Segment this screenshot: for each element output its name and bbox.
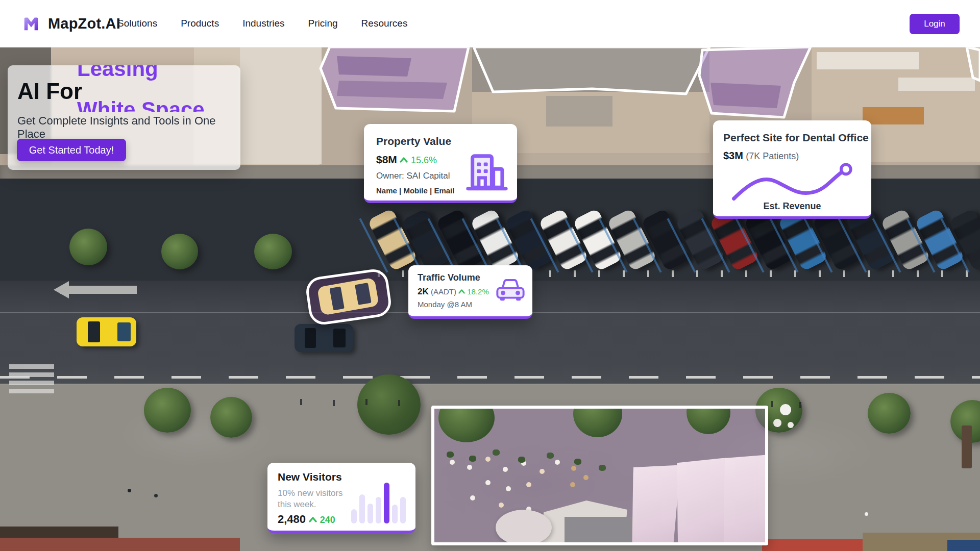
visitor-bar [351, 509, 357, 523]
revenue-line-chart [720, 159, 864, 205]
visitor-bar [359, 494, 365, 523]
up-trend-icon [309, 513, 317, 525]
property-value: $8M [376, 154, 397, 165]
nav-item-products[interactable]: Products [181, 18, 219, 29]
crosswalk [9, 364, 54, 396]
rotating-words: Leasing White Space [77, 65, 239, 112]
card-title: New Visitors [278, 471, 342, 483]
visitor-bar [400, 497, 406, 523]
visitors-bar-chart [351, 482, 406, 523]
up-trend-icon [400, 154, 408, 165]
road-arrow [60, 286, 137, 294]
nav-item-solutions[interactable]: Solutions [117, 18, 157, 29]
mapzot-logo-icon [21, 14, 41, 33]
hero-card: AI For Leasing White Space Get Complete … [8, 65, 240, 170]
dental-site-card: Perfect Site for Dental Office $3M (7K P… [713, 120, 871, 219]
tree [161, 234, 198, 269]
traffic-volume-card: Traffic Volume 2K (AADT) 18.2% Monday @8… [408, 265, 532, 319]
awning-strip [762, 539, 869, 551]
rotating-word: White Space [77, 97, 205, 112]
tree [210, 397, 252, 438]
traffic-value: 2K [418, 287, 429, 296]
highlighted-area [431, 406, 768, 545]
brand[interactable]: MapZot.AI [21, 0, 120, 47]
brand-name: MapZot.AI [48, 15, 120, 32]
property-owner: Owner: SAI Capital [376, 171, 450, 181]
visitors-desc: 10% new visitors [278, 488, 343, 498]
tree [144, 388, 191, 433]
card-title: Property Value [376, 135, 451, 147]
blue-object [947, 540, 980, 551]
card-title: Traffic Volume [418, 272, 480, 283]
property-change: 15.6% [411, 155, 437, 165]
up-trend-icon [458, 287, 465, 295]
cafe-tables [450, 460, 455, 465]
traffic-unit: (AADT) [431, 287, 456, 296]
bench [962, 425, 972, 468]
car-icon [496, 278, 525, 302]
awning-strip [0, 538, 240, 551]
property-value-card: Property Value $8M 15.6% Owner: SAI Capi… [364, 124, 517, 203]
new-visitors-card: New Visitors 10% new visitors this week.… [267, 463, 415, 533]
nav-item-resources[interactable]: Resources [361, 18, 408, 29]
center-dashed-line [0, 376, 980, 379]
traffic-time: Monday @8 AM [418, 300, 472, 309]
taxi-top-view [317, 278, 379, 316]
pedestrian [154, 494, 158, 497]
nav-links: Solutions Products Industries Pricing Re… [117, 0, 407, 47]
visitor-bar [384, 483, 389, 523]
nav-item-pricing[interactable]: Pricing [308, 18, 338, 29]
chart-end-marker [841, 164, 851, 174]
property-contact-options: Name | Mobile | Email [376, 186, 454, 195]
pedestrian [128, 489, 131, 492]
login-button[interactable]: Login [910, 14, 960, 34]
tree [69, 229, 107, 265]
mapzot-landing-page: MapZot.AI Solutions Products Industries … [0, 0, 980, 551]
pedestrian [865, 512, 868, 516]
visitors-desc: this week. [278, 499, 316, 510]
navbar: MapZot.AI Solutions Products Industries … [0, 0, 980, 47]
street-lamp [780, 404, 791, 415]
visitors-value: 2,480 [278, 513, 306, 525]
yellow-taxi [77, 317, 136, 346]
planters [447, 452, 454, 458]
card-title: Perfect Site for Dental Office [723, 132, 869, 144]
visitor-bar [392, 505, 398, 523]
tree [254, 234, 292, 269]
visitor-bar [376, 497, 381, 523]
visitor-bar [368, 504, 373, 523]
hero-subtitle: Get Complete Insights and Tools in One P… [17, 114, 240, 141]
hero-title-prefix: AI For [17, 79, 82, 104]
roof [565, 517, 641, 542]
visitors-change: 240 [320, 515, 335, 525]
tent [722, 453, 768, 544]
dark-car [295, 324, 353, 352]
tent [629, 463, 680, 545]
tree [868, 393, 911, 434]
dental-caption: Est. Revenue [713, 201, 871, 212]
building-icon [466, 154, 508, 192]
hero-title: AI For Leasing White Space [8, 65, 240, 112]
umbrella [496, 510, 552, 545]
tent [675, 458, 729, 544]
traffic-change: 18.2% [467, 287, 489, 296]
get-started-button[interactable]: Get Started Today! [17, 139, 126, 161]
nav-item-industries[interactable]: Industries [242, 18, 284, 29]
rotating-word: Leasing [77, 65, 158, 81]
